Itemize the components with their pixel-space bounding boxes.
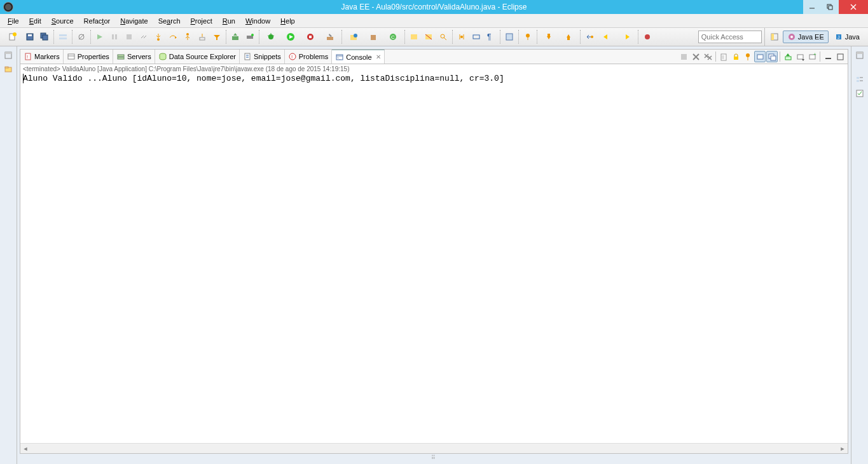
scroll-right-icon[interactable]: ► bbox=[837, 444, 848, 453]
toggle-mark-occurrences-button[interactable] bbox=[455, 30, 469, 44]
menu-window[interactable]: Window bbox=[240, 16, 275, 26]
run-button[interactable] bbox=[281, 30, 300, 44]
run-last-button[interactable] bbox=[301, 30, 320, 44]
save-button[interactable] bbox=[23, 30, 37, 44]
open-type-button[interactable] bbox=[407, 30, 421, 44]
tab-servers[interactable]: Servers bbox=[113, 50, 155, 64]
menu-project[interactable]: Project bbox=[186, 16, 217, 26]
svg-point-51 bbox=[526, 34, 530, 38]
start-server-button[interactable] bbox=[243, 30, 257, 44]
step-into-button[interactable] bbox=[151, 30, 165, 44]
new-class-button[interactable]: C bbox=[383, 30, 403, 44]
show-console-on-out-button[interactable] bbox=[782, 51, 794, 62]
perspective-java-ee[interactable]: Java EE bbox=[783, 31, 829, 43]
menu-search[interactable]: Search bbox=[153, 16, 186, 26]
toggle-breadcrumb-button[interactable] bbox=[56, 30, 70, 44]
tab-label: Problems bbox=[299, 53, 328, 60]
menu-file[interactable]: File bbox=[3, 16, 24, 26]
perspective-label: Java bbox=[845, 33, 860, 41]
tab-close-icon[interactable]: ✕ bbox=[374, 53, 381, 60]
annotation-nav-button[interactable] bbox=[502, 30, 516, 44]
terminate-button[interactable] bbox=[122, 30, 136, 44]
external-tools-button[interactable] bbox=[320, 30, 340, 44]
task-list-button[interactable] bbox=[853, 87, 866, 100]
pin-editor-button[interactable] bbox=[521, 30, 535, 44]
minimize-button[interactable] bbox=[803, 0, 821, 14]
svg-marker-58 bbox=[603, 34, 607, 39]
outline-view-button[interactable] bbox=[853, 73, 866, 86]
restore-view-button[interactable] bbox=[2, 49, 15, 62]
last-edit-button[interactable] bbox=[582, 30, 596, 44]
publish-button[interactable] bbox=[228, 30, 242, 44]
menu-edit[interactable]: Edit bbox=[24, 16, 46, 26]
new-java-project-button[interactable] bbox=[344, 30, 363, 44]
console-output[interactable]: Aluno Valido ...Aluno [idAluno=10, nome=… bbox=[20, 74, 848, 443]
new-console-button[interactable]: + bbox=[806, 51, 818, 62]
tab-problems[interactable]: ! Problems bbox=[285, 50, 332, 64]
restore-right-view-button[interactable] bbox=[853, 49, 866, 62]
search-button[interactable] bbox=[436, 30, 450, 44]
clear-console-button[interactable] bbox=[718, 51, 729, 62]
resume-button[interactable] bbox=[93, 30, 107, 44]
tab-console[interactable]: >_ Console ✕ bbox=[332, 50, 384, 64]
suspend-button[interactable] bbox=[107, 30, 121, 44]
new-package-button[interactable] bbox=[364, 30, 383, 44]
pin-console-button[interactable] bbox=[742, 51, 754, 62]
svg-rect-113 bbox=[857, 80, 859, 82]
new-button[interactable] bbox=[3, 30, 22, 44]
prev-annotation-button[interactable] bbox=[559, 30, 578, 44]
remove-all-button[interactable] bbox=[702, 51, 713, 62]
perspective-java[interactable]: J Java bbox=[830, 31, 864, 43]
debug-button[interactable] bbox=[261, 30, 280, 44]
tab-properties[interactable]: Properties bbox=[64, 50, 113, 64]
next-annotation-button[interactable] bbox=[539, 30, 558, 44]
scroll-lock-button[interactable] bbox=[730, 51, 741, 62]
step-over-button[interactable] bbox=[166, 30, 180, 44]
save-all-button[interactable] bbox=[38, 30, 52, 44]
scroll-left-icon[interactable]: ◄ bbox=[20, 444, 31, 453]
back-button[interactable] bbox=[597, 30, 616, 44]
svg-marker-53 bbox=[547, 36, 551, 39]
svg-rect-23 bbox=[232, 36, 238, 40]
toggle-block-selection-button[interactable] bbox=[469, 30, 483, 44]
disconnect-button[interactable] bbox=[137, 30, 151, 44]
open-console-button[interactable] bbox=[766, 51, 778, 62]
horizontal-scrollbar[interactable]: ◄ ► bbox=[20, 443, 848, 453]
menu-run[interactable]: Run bbox=[217, 16, 240, 26]
perspective-switcher: Java EE J Java bbox=[764, 28, 867, 46]
maximize-button[interactable] bbox=[821, 0, 839, 14]
step-return-button[interactable] bbox=[181, 30, 195, 44]
problems-icon: ! bbox=[288, 52, 297, 61]
svg-marker-59 bbox=[626, 34, 630, 39]
menu-source[interactable]: Source bbox=[46, 16, 79, 26]
forward-button[interactable] bbox=[617, 30, 636, 44]
close-button[interactable] bbox=[839, 0, 868, 14]
customize-button[interactable] bbox=[640, 30, 654, 44]
menu-navigate[interactable]: Navigate bbox=[115, 16, 153, 26]
tab-data-source-explorer[interactable]: Data Source Explorer bbox=[155, 50, 240, 64]
project-explorer-button[interactable] bbox=[2, 63, 15, 76]
menu-help[interactable]: Help bbox=[275, 16, 300, 26]
terminate-console-button[interactable] bbox=[678, 51, 689, 62]
svg-rect-62 bbox=[771, 34, 774, 40]
drop-to-frame-button[interactable] bbox=[195, 30, 209, 44]
maximize-view-button[interactable] bbox=[834, 51, 846, 62]
minimize-view-button[interactable] bbox=[822, 51, 834, 62]
remove-launch-button[interactable] bbox=[690, 51, 701, 62]
menu-refactor[interactable]: Refactor bbox=[79, 16, 116, 26]
snippets-icon bbox=[243, 52, 252, 61]
console-status: <terminated> ValidaAluno [Java Applicati… bbox=[20, 64, 848, 74]
show-whitespace-button[interactable]: ¶ bbox=[484, 30, 498, 44]
quick-access-input[interactable] bbox=[698, 31, 762, 43]
open-perspective-button[interactable] bbox=[768, 30, 782, 44]
svg-point-26 bbox=[251, 34, 254, 36]
svg-rect-34 bbox=[309, 36, 312, 38]
use-step-filters-button[interactable] bbox=[210, 30, 224, 44]
skip-breakpoints-button[interactable] bbox=[74, 30, 88, 44]
sash-handle[interactable]: ⠿ bbox=[20, 454, 848, 461]
tab-markers[interactable]: ! Markers bbox=[20, 50, 64, 64]
open-task-button[interactable] bbox=[422, 30, 436, 44]
select-console-button[interactable] bbox=[794, 51, 806, 62]
display-selected-button[interactable] bbox=[754, 51, 766, 62]
tab-snippets[interactable]: Snippets bbox=[240, 50, 285, 64]
